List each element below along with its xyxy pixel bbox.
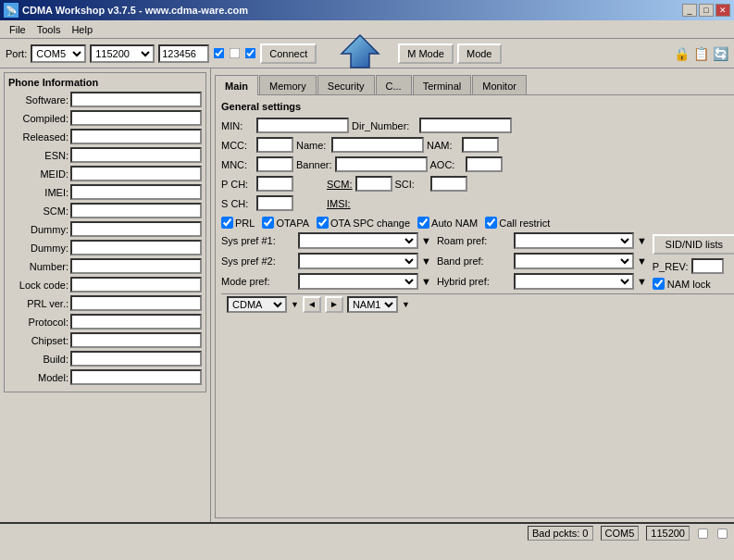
sid-nid-button[interactable]: SID/NID lists bbox=[653, 234, 734, 255]
otapa-checkbox[interactable] bbox=[262, 217, 274, 229]
sch-label: S CH: bbox=[221, 198, 254, 209]
nam1-dropdown-icon[interactable]: ▼ bbox=[402, 300, 410, 309]
hybrid-pref-select[interactable] bbox=[514, 273, 634, 290]
nam-input[interactable] bbox=[462, 137, 499, 153]
tab-c[interactable]: C... bbox=[376, 75, 412, 95]
sci-input[interactable] bbox=[430, 176, 467, 192]
status-checkbox2[interactable] bbox=[717, 528, 728, 538]
protocol-label: Protocol: bbox=[8, 317, 68, 328]
field-prl: PRL ver.: bbox=[8, 295, 202, 311]
chipset-input[interactable] bbox=[70, 332, 202, 348]
nav-right-button[interactable]: ► bbox=[325, 296, 343, 313]
software-input[interactable] bbox=[70, 92, 202, 107]
serial-input[interactable] bbox=[158, 44, 209, 63]
right-panel: Main Memory Security C... Terminal Monit… bbox=[211, 68, 734, 522]
sys-pref1-dropdown-icon[interactable]: ▼ bbox=[421, 235, 431, 246]
toolbar-icon1[interactable]: 🔒 bbox=[674, 46, 690, 61]
menu-help[interactable]: Help bbox=[66, 22, 98, 37]
field-compiled: Compiled: bbox=[8, 110, 202, 126]
name-input[interactable] bbox=[331, 137, 424, 153]
build-label: Build: bbox=[8, 354, 68, 365]
model-input[interactable] bbox=[70, 369, 202, 385]
mode-pref-dropdown-icon[interactable]: ▼ bbox=[421, 276, 431, 287]
released-input[interactable] bbox=[70, 129, 202, 144]
hybrid-pref-dropdown-icon[interactable]: ▼ bbox=[637, 276, 647, 287]
min-input[interactable] bbox=[256, 118, 349, 133]
scm-gs-input[interactable] bbox=[355, 176, 392, 192]
mode-pref-select[interactable] bbox=[298, 273, 418, 290]
banner-input[interactable] bbox=[335, 156, 428, 172]
connect-button[interactable]: Connect bbox=[260, 44, 317, 64]
toolbar-icon2[interactable]: 📋 bbox=[693, 46, 709, 61]
field-chipset: Chipset: bbox=[8, 332, 202, 348]
cdma-dropdown-icon[interactable]: ▼ bbox=[291, 300, 299, 309]
dummy1-input[interactable] bbox=[70, 221, 202, 237]
tab-terminal[interactable]: Terminal bbox=[413, 75, 472, 95]
scm-input[interactable] bbox=[70, 203, 202, 218]
prl-label: PRL bbox=[235, 218, 255, 229]
menu-file[interactable]: File bbox=[4, 22, 31, 37]
checkbox1[interactable] bbox=[214, 48, 225, 59]
number-input[interactable] bbox=[70, 258, 202, 274]
field-scm: SCM: bbox=[8, 203, 202, 218]
sys-pref2-dropdown-icon[interactable]: ▼ bbox=[421, 255, 431, 267]
close-button[interactable]: ✕ bbox=[715, 4, 730, 17]
status-checkbox1[interactable] bbox=[698, 528, 708, 538]
menu-tools[interactable]: Tools bbox=[31, 22, 67, 37]
back-arrow-area[interactable] bbox=[320, 41, 394, 67]
pch-input[interactable] bbox=[256, 176, 293, 192]
call-restrict-checkbox[interactable] bbox=[485, 217, 497, 229]
band-pref-select[interactable] bbox=[514, 253, 634, 269]
roam-pref-select[interactable] bbox=[514, 232, 634, 249]
aoc-input[interactable] bbox=[466, 156, 503, 172]
tab-monitor[interactable]: Monitor bbox=[472, 75, 527, 95]
mnc-input[interactable] bbox=[256, 156, 293, 172]
checkbox2[interactable] bbox=[230, 48, 241, 59]
baud-status: 115200 bbox=[646, 526, 690, 541]
band-pref-dropdown-icon[interactable]: ▼ bbox=[637, 255, 647, 267]
ota-spc-checkbox[interactable] bbox=[317, 217, 329, 229]
nam-lock-checkbox[interactable] bbox=[653, 278, 665, 290]
scm-link[interactable]: SCM: bbox=[327, 179, 353, 190]
meid-input[interactable] bbox=[70, 166, 202, 181]
prlver-input[interactable] bbox=[70, 295, 202, 311]
protocol-input[interactable] bbox=[70, 314, 202, 330]
cdma-select[interactable]: CDMA bbox=[227, 296, 287, 313]
imsi-link[interactable]: IMSI: bbox=[327, 198, 351, 209]
build-input[interactable] bbox=[70, 351, 202, 367]
compiled-input[interactable] bbox=[70, 110, 202, 126]
minimize-button[interactable]: _ bbox=[682, 4, 697, 17]
field-model: Model: bbox=[8, 369, 202, 385]
p-rev-input[interactable] bbox=[691, 258, 724, 274]
sys-pref1-select[interactable] bbox=[298, 232, 418, 249]
field-released: Released: bbox=[8, 129, 202, 144]
tab-memory[interactable]: Memory bbox=[259, 75, 317, 95]
imei-input[interactable] bbox=[70, 184, 202, 200]
prl-checkbox[interactable] bbox=[221, 217, 233, 229]
mcc-input[interactable] bbox=[256, 137, 293, 153]
dir-number-input[interactable] bbox=[419, 118, 512, 133]
roam-pref-dropdown-icon[interactable]: ▼ bbox=[637, 235, 647, 246]
checkbox3[interactable] bbox=[245, 48, 256, 59]
scm-label: SCM: bbox=[8, 205, 68, 217]
toolbar-icon3[interactable]: 🔄 bbox=[713, 46, 728, 61]
aoc-label: AOC: bbox=[430, 159, 463, 170]
titlebar: 📡 CDMA Workshop v3.7.5 - www.cdma-ware.c… bbox=[0, 0, 734, 20]
mode-button[interactable]: Mode bbox=[457, 44, 502, 64]
lockcode-input[interactable] bbox=[70, 277, 202, 292]
nav-left-button[interactable]: ◄ bbox=[303, 296, 321, 313]
maximize-button[interactable]: □ bbox=[699, 4, 714, 17]
port-select[interactable]: COM5 bbox=[31, 44, 86, 63]
m-mode-button[interactable]: M Mode bbox=[398, 44, 454, 64]
software-label: Software: bbox=[8, 94, 68, 106]
tab-main[interactable]: Main bbox=[215, 75, 258, 95]
baud-select[interactable]: 115200 bbox=[90, 44, 155, 63]
sch-input[interactable] bbox=[256, 195, 293, 211]
sys-pref2-select[interactable] bbox=[298, 253, 418, 269]
tab-security[interactable]: Security bbox=[317, 75, 375, 95]
nam1-select[interactable]: NAM1 bbox=[347, 296, 398, 313]
esn-input[interactable] bbox=[70, 147, 202, 163]
auto-nam-checkbox[interactable] bbox=[417, 217, 429, 229]
dummy2-input[interactable] bbox=[70, 240, 202, 255]
pch-label: P CH: bbox=[221, 179, 254, 190]
